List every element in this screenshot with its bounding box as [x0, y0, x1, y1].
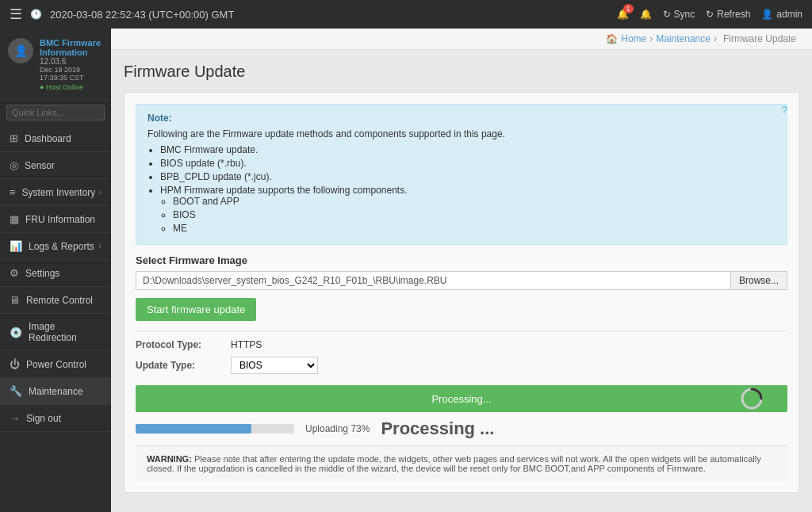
page-title: Firmware Update	[124, 63, 799, 81]
sync-icon: ↻	[663, 9, 671, 20]
upload-row: Uploading 73% Processing ...	[136, 418, 787, 439]
protocol-value: HTTPS	[231, 339, 262, 350]
user-info: BMC Firmware Information 12.03.6 Dec 18 …	[40, 38, 103, 91]
note-box: Note: Following are the Firmware update …	[136, 104, 787, 245]
sidebar-nav: ⊞ Dashboard ◎ Sensor ≡ System Inventory …	[0, 125, 111, 512]
upload-label: Uploading 73%	[305, 423, 370, 434]
power-control-icon: ⏻	[10, 358, 20, 370]
sidebar-item-label: Sign out	[26, 413, 61, 424]
sidebar-item-label: Remote Control	[26, 295, 93, 306]
sidebar: 👤 BMC Firmware Information 12.03.6 Dec 1…	[0, 29, 111, 512]
warning-text: Please note that after entering the upda…	[147, 454, 761, 473]
avatar: 👤	[8, 38, 33, 63]
firmware-label: BMC Firmware Information	[40, 38, 103, 57]
chevron-right-icon: ›	[99, 188, 102, 197]
maintenance-icon: 🔧	[10, 385, 22, 397]
protocol-row: Protocol Type: HTTPS	[136, 339, 787, 350]
upload-bar-wrap	[136, 424, 294, 434]
upload-bar-fill	[136, 424, 251, 434]
admin-menu[interactable]: 👤 admin	[761, 9, 802, 20]
firmware-version: 12.03.6	[40, 57, 103, 66]
logs-icon: 📊	[10, 240, 22, 252]
sidebar-header: 👤 BMC Firmware Information 12.03.6 Dec 1…	[0, 29, 111, 100]
sidebar-item-image-redirection[interactable]: 💿 Image Redirection	[0, 314, 111, 351]
refresh-icon: ↻	[706, 9, 714, 20]
sidebar-item-remote-control[interactable]: 🖥 Remote Control	[0, 287, 111, 314]
sidebar-item-logs[interactable]: 📊 Logs & Reports ›	[0, 233, 111, 260]
sidebar-item-settings[interactable]: ⚙ Settings	[0, 260, 111, 287]
chevron-right-icon: ›	[99, 242, 102, 250]
sidebar-item-label: Power Control	[26, 359, 86, 370]
notification-badge-count: 1	[623, 4, 634, 13]
note-title: Note:	[147, 113, 776, 124]
breadcrumb: 🏠 Home › Maintenance › Firmware Update	[111, 29, 812, 50]
processing-text: Processing ...	[381, 418, 494, 439]
protocol-label: Protocol Type:	[136, 339, 231, 350]
help-icon[interactable]: ?	[781, 104, 787, 117]
topbar-datetime: 2020-03-08 22:52:43 (UTC+00:00) GMT	[50, 9, 234, 21]
sensor-icon: ◎	[10, 159, 18, 171]
sidebar-item-system-inventory[interactable]: ≡ System Inventory ›	[0, 179, 111, 206]
note-intro: Following are the Firmware update method…	[147, 128, 776, 139]
processing-bar-label: Processing...	[431, 393, 491, 405]
remote-control-icon: 🖥	[10, 294, 20, 306]
sidebar-item-label: Settings	[25, 268, 59, 279]
update-type-row: Update Type: BIOS BMC CPLD HPM	[136, 357, 787, 374]
progress-section: Processing... Uploading 73%	[136, 385, 787, 439]
quick-links-wrap	[0, 100, 111, 125]
hamburger-icon[interactable]: ☰	[10, 6, 22, 23]
sidebar-item-label: Dashboard	[25, 133, 71, 144]
user-icon: 👤	[761, 9, 773, 20]
firmware-date: Dec 18 2019 17:39:35 CST	[40, 66, 103, 82]
alert-icon[interactable]: 🔔	[640, 9, 652, 20]
note-subitem: ME	[173, 223, 776, 234]
sidebar-item-sign-out[interactable]: → Sign out	[0, 405, 111, 432]
sidebar-item-label: Sensor	[25, 160, 55, 171]
select-firmware-label: Select Firmware Image	[136, 254, 787, 266]
sidebar-item-maintenance[interactable]: 🔧 Maintenance	[0, 378, 111, 405]
dashboard-icon: ⊞	[10, 132, 18, 144]
note-subitem: BOOT and APP	[173, 196, 776, 207]
clock-icon: 🕐	[30, 9, 42, 20]
warning-strong: WARNING:	[147, 454, 192, 464]
sidebar-item-sensor[interactable]: ◎ Sensor	[0, 152, 111, 179]
sidebar-item-dashboard[interactable]: ⊞ Dashboard	[0, 125, 111, 152]
fru-icon: ▦	[10, 213, 19, 225]
quick-links-input[interactable]	[6, 105, 105, 120]
topbar: ☰ 🕐 2020-03-08 22:52:43 (UTC+00:00) GMT …	[0, 0, 812, 29]
page-body: Firmware Update ? Note: Following are th…	[111, 50, 812, 512]
note-item: BIOS update (*.rbu).	[160, 158, 776, 169]
browse-button[interactable]: Browse...	[730, 271, 787, 290]
sidebar-item-power-control[interactable]: ⏻ Power Control	[0, 351, 111, 378]
breadcrumb-current: Firmware Update	[723, 33, 796, 44]
breadcrumb-maintenance[interactable]: Maintenance	[656, 33, 710, 44]
firmware-card: ? Note: Following are the Firmware updat…	[124, 92, 799, 493]
host-status: Host Online	[40, 83, 103, 91]
file-row: Browse...	[136, 271, 787, 290]
system-inventory-icon: ≡	[10, 186, 16, 198]
note-subitem: BIOS	[173, 209, 776, 220]
note-item: HPM Firmware update supports the followi…	[160, 185, 776, 234]
sidebar-item-label: FRU Information	[25, 214, 95, 225]
notification-bell[interactable]: 🔔 1	[617, 9, 629, 20]
note-item: BPB_CPLD update (*.jcu).	[160, 171, 776, 182]
sidebar-item-fru[interactable]: ▦ FRU Information	[0, 206, 111, 233]
file-path-input[interactable]	[136, 271, 730, 290]
image-redirection-icon: 💿	[10, 327, 22, 338]
start-firmware-button[interactable]: Start firmware update	[136, 298, 256, 321]
spinner	[740, 387, 764, 411]
content: 🏠 Home › Maintenance › Firmware Update F…	[111, 29, 812, 512]
sidebar-item-label: Logs & Reports	[29, 241, 94, 252]
breadcrumb-home[interactable]: Home	[621, 33, 646, 44]
update-type-label: Update Type:	[136, 360, 231, 371]
update-type-select[interactable]: BIOS BMC CPLD HPM	[231, 357, 318, 374]
sync-button[interactable]: ↻ Sync	[663, 9, 695, 20]
processing-bar: Processing...	[136, 385, 787, 412]
note-item: BMC Firmware update.	[160, 144, 776, 155]
note-list: BMC Firmware update. BIOS update (*.rbu)…	[160, 144, 776, 234]
refresh-button[interactable]: ↻ Refresh	[706, 9, 750, 20]
sidebar-item-label: Maintenance	[29, 386, 83, 397]
home-icon: 🏠	[606, 33, 618, 44]
settings-icon: ⚙	[10, 267, 19, 279]
sidebar-item-label: System Inventory	[22, 187, 96, 198]
